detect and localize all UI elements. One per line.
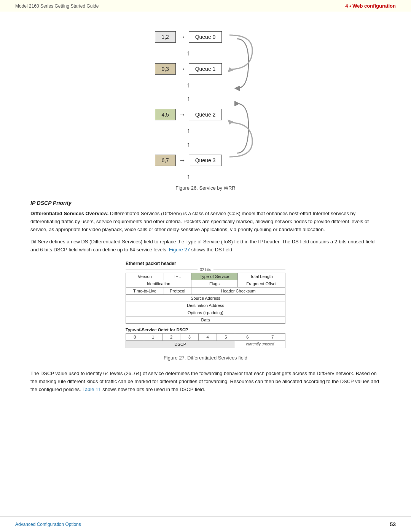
tos-num-2: 2 (162, 333, 180, 340)
queue-label-0: Queue 0 (189, 31, 222, 43)
section-heading: IP DSCP Priority (30, 200, 381, 206)
tos-labels-row: DSCP currently unused (126, 340, 285, 348)
up-arrow-4: ↑ (155, 173, 222, 180)
eth-cell-ihl: IHL (164, 273, 191, 280)
ruler-line-left (126, 270, 198, 270)
svg-marker-1 (228, 120, 233, 125)
wrr-row-q3: 6,7 → Queue 3 (155, 155, 222, 166)
para1-bold: Differentiated Services Overview. (30, 211, 108, 216)
footer-left-text: Advanced Configuration Options (15, 522, 81, 527)
tos-dscp-cell: DSCP (126, 340, 235, 348)
eth-cell-identification: Identification (126, 280, 191, 287)
queue-label-2: Queue 2 (189, 109, 222, 120)
eth-cell-fragment-offset: Fragment Offset (238, 280, 285, 287)
tos-num-6: 6 (235, 333, 260, 340)
table11-link[interactable]: Table 11 (82, 387, 101, 392)
wrr-rows: 1,2 → Queue 0 ↑ 0,3 → Queue 1 ↑ (155, 31, 222, 180)
up-arrow-3: ↑ (155, 127, 222, 134)
eth-header-title: Ethernet packet header (126, 261, 176, 266)
queue-input-0: 1,2 (155, 31, 176, 43)
eth-cell-version: Version (126, 273, 164, 280)
curved-arrows-svg (226, 31, 256, 161)
tos-title: Type-of-Service Octet for DSCP (126, 328, 285, 332)
eth-cell-tos: Type-of-Service (191, 273, 238, 280)
wrr-row-q1: 0,3 → Queue 1 (155, 63, 222, 75)
page-number: 53 (390, 521, 396, 527)
eth-cell-flags: Flags (191, 280, 238, 287)
queue-input-2: 4,5 (155, 109, 176, 120)
fig26-caption: Figure 26. Service by WRR (30, 185, 381, 191)
para3: The DSCP value used to identify 64 level… (30, 370, 381, 393)
eth-cell-header-checksum: Header Checksum (191, 287, 285, 294)
para2-end: shows the DS field: (190, 247, 234, 252)
wrr-row-q0: 1,2 → Queue 0 (155, 31, 222, 43)
para2: DiffServ defines a new DS (Differentiate… (30, 238, 381, 254)
eth-diagram: Ethernet packet header 32 bits Version I… (126, 261, 285, 348)
up-arrow-2: ↑ (155, 81, 222, 88)
eth-row-2: Identification Flags Fragment Offset (126, 280, 285, 287)
wrr-container: 1,2 → Queue 0 ↑ 0,3 → Queue 1 ↑ (155, 31, 256, 180)
arrow-icon-2: → (179, 111, 186, 119)
page-header: Model 2160 Series Getting Started Guide … (0, 0, 411, 12)
up-arrow-2b: ↑ (155, 95, 222, 102)
tos-num-4: 4 (199, 333, 217, 340)
para3-end: shows how the bits are used in the DSCP … (101, 387, 206, 392)
ruler-line-right (213, 270, 285, 270)
tos-num-7: 7 (260, 333, 285, 340)
eth-row-5: Destination Address (126, 302, 285, 309)
queue-label-1: Queue 1 (189, 63, 222, 75)
eth-cell-options: Options (+padding) (126, 309, 285, 316)
eth-row-1: Version IHL Type-of-Service Total Length (126, 273, 285, 280)
eth-cell-source: Source Address (126, 294, 285, 302)
tos-num-3: 3 (180, 333, 199, 340)
tos-num-5: 5 (217, 333, 235, 340)
fig27-link[interactable]: Figure 27 (169, 247, 190, 252)
tos-section: Type-of-Service Octet for DSCP 0 1 2 3 4… (126, 328, 285, 348)
tos-unused-cell: currently unused (235, 340, 285, 348)
page-footer: Advanced Configuration Options 53 (0, 516, 411, 532)
eth-table: Version IHL Type-of-Service Total Length… (126, 273, 285, 324)
arrow-icon-0: → (179, 33, 186, 41)
para1: Differentiated Services Overview. Differ… (30, 210, 381, 233)
wrr-diagram: 1,2 → Queue 0 ↑ 0,3 → Queue 1 ↑ (30, 31, 381, 180)
arrow-icon-3: → (179, 157, 186, 165)
tos-table: 0 1 2 3 4 5 6 7 DSCP currently unused (126, 333, 285, 348)
header-left-text: Model 2160 Series Getting Started Guide (15, 3, 99, 9)
tos-numbers-row: 0 1 2 3 4 5 6 7 (126, 333, 285, 340)
svg-marker-0 (228, 67, 233, 72)
eth-cell-total-length: Total Length (238, 273, 285, 280)
page-content: 1,2 → Queue 0 ↑ 0,3 → Queue 1 ↑ (0, 12, 411, 421)
queue-input-3: 6,7 (155, 155, 176, 166)
header-right-text: 4 • Web configuration (345, 3, 396, 9)
tos-num-0: 0 (126, 333, 144, 340)
up-arrow-1: ↑ (155, 50, 222, 56)
eth-row-6: Options (+padding) (126, 309, 285, 316)
eth-row-3: Time-to-Live Protocol Header Checksum (126, 287, 285, 294)
eth-cell-data: Data (126, 316, 285, 323)
up-arrow-3b: ↑ (155, 141, 222, 148)
eth-row-4: Source Address (126, 294, 285, 302)
eth-cell-dest: Destination Address (126, 302, 285, 309)
queue-input-1: 0,3 (155, 63, 176, 75)
fig27-caption: Figure 27. Differentiated Services field (30, 355, 381, 361)
eth-cell-ttl: Time-to-Live (126, 287, 164, 294)
eth-row-7: Data (126, 316, 285, 323)
eth-ruler: 32 bits (126, 268, 285, 272)
eth-cell-protocol: Protocol (164, 287, 191, 294)
queue-label-3: Queue 3 (189, 155, 222, 166)
arrow-icon-1: → (179, 65, 186, 73)
bits-label: 32 bits (198, 268, 213, 272)
tos-num-1: 1 (144, 333, 162, 340)
wrr-row-q2: 4,5 → Queue 2 (155, 109, 222, 120)
